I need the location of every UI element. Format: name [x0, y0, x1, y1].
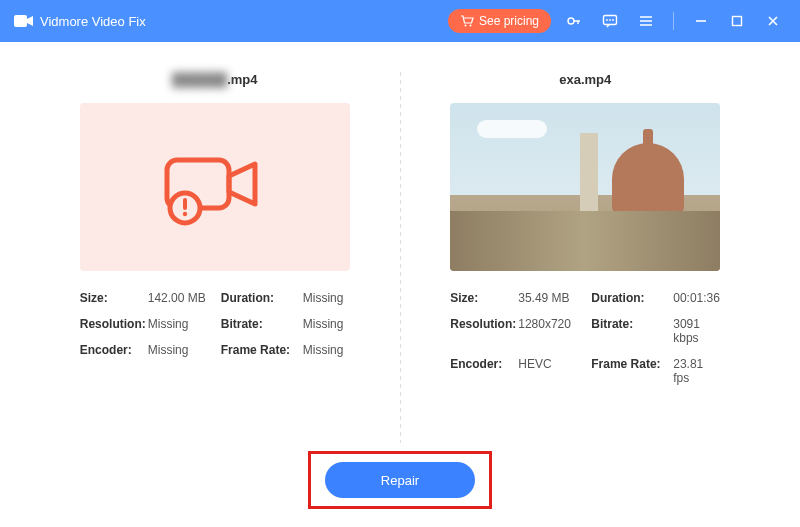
- repair-button[interactable]: Repair: [325, 462, 475, 498]
- broken-filename: ██████.mp4: [172, 72, 258, 87]
- meta-value: Missing: [148, 343, 221, 357]
- meta-value: Missing: [148, 317, 221, 331]
- meta-value: 1280x720: [518, 317, 591, 345]
- maximize-button[interactable]: [724, 8, 750, 34]
- broken-filename-blurred: ██████: [172, 72, 227, 87]
- key-icon[interactable]: [561, 8, 587, 34]
- meta-value: Missing: [303, 343, 350, 357]
- meta-value: 00:01:36: [673, 291, 720, 305]
- svg-rect-8: [733, 17, 742, 26]
- broken-preview: [80, 103, 350, 271]
- meta-label: Bitrate:: [591, 317, 673, 345]
- sample-meta: Size: 35.49 MB Duration: 00:01:36 Resolu…: [450, 291, 720, 385]
- camcorder-icon: [14, 13, 34, 29]
- meta-value: 3091 kbps: [673, 317, 720, 345]
- titlebar: Vidmore Video Fix See pricing: [0, 0, 800, 42]
- meta-label: Size:: [80, 291, 148, 305]
- sample-filename: exa.mp4: [559, 72, 611, 87]
- menu-icon[interactable]: [633, 8, 659, 34]
- svg-point-7: [612, 19, 614, 21]
- repair-highlight-box: Repair: [308, 451, 492, 509]
- meta-value: Missing: [303, 317, 350, 331]
- meta-value: Missing: [303, 291, 350, 305]
- feedback-icon[interactable]: [597, 8, 623, 34]
- footer: Repair: [40, 443, 760, 509]
- svg-point-2: [469, 25, 471, 27]
- see-pricing-button[interactable]: See pricing: [448, 9, 551, 33]
- sample-file-column: exa.mp4 Size: 35.49 MB Duration: 00:01:3…: [411, 72, 761, 443]
- meta-label: Bitrate:: [221, 317, 303, 331]
- svg-point-6: [609, 19, 611, 21]
- meta-value: 35.49 MB: [518, 291, 591, 305]
- meta-label: Encoder:: [80, 343, 148, 357]
- broken-video-icon: [155, 142, 275, 232]
- svg-point-12: [183, 212, 187, 216]
- sample-preview: [450, 103, 720, 271]
- sample-thumbnail-image: [450, 103, 720, 271]
- column-divider: [400, 72, 401, 443]
- close-button[interactable]: [760, 8, 786, 34]
- titlebar-separator: [673, 12, 674, 30]
- meta-value: HEVC: [518, 357, 591, 385]
- meta-label: Frame Rate:: [221, 343, 303, 357]
- meta-label: Duration:: [221, 291, 303, 305]
- meta-label: Resolution:: [450, 317, 518, 345]
- app-logo: Vidmore Video Fix: [14, 13, 146, 29]
- meta-value: 23.81 fps: [673, 357, 720, 385]
- app-window: Vidmore Video Fix See pricing: [0, 0, 800, 527]
- broken-file-column: ██████.mp4 Size: 142.00 MB Duration:: [40, 72, 390, 443]
- meta-label: Size:: [450, 291, 518, 305]
- meta-label: Encoder:: [450, 357, 518, 385]
- meta-label: Frame Rate:: [591, 357, 673, 385]
- svg-rect-0: [14, 15, 27, 27]
- meta-label: Duration:: [591, 291, 673, 305]
- see-pricing-label: See pricing: [479, 14, 539, 28]
- broken-meta: Size: 142.00 MB Duration: Missing Resolu…: [80, 291, 350, 357]
- svg-point-1: [464, 25, 466, 27]
- meta-value: 142.00 MB: [148, 291, 221, 305]
- broken-filename-ext: .mp4: [227, 72, 257, 87]
- app-title: Vidmore Video Fix: [40, 14, 146, 29]
- minimize-button[interactable]: [688, 8, 714, 34]
- svg-point-3: [568, 18, 574, 24]
- content-area: ██████.mp4 Size: 142.00 MB Duration:: [0, 42, 800, 527]
- cart-icon: [460, 15, 474, 27]
- svg-point-5: [606, 19, 608, 21]
- meta-label: Resolution:: [80, 317, 148, 331]
